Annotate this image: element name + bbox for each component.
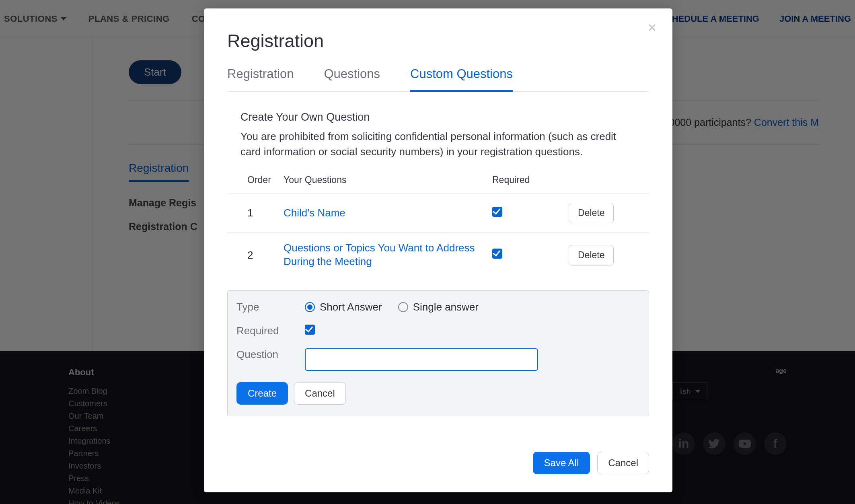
table-row: 1 Child's Name Delete <box>227 194 649 232</box>
close-icon[interactable]: × <box>648 21 656 35</box>
required-label: Required <box>236 325 305 337</box>
question-link[interactable]: Child's Name <box>284 206 492 220</box>
section-note: You are prohibited from soliciting confi… <box>240 129 627 159</box>
col-question: Your Questions <box>284 175 492 185</box>
new-required-checkbox[interactable] <box>305 325 315 335</box>
radio-short-answer[interactable] <box>305 302 315 312</box>
tab-custom-questions[interactable]: Custom Questions <box>410 67 513 92</box>
new-question-panel: Type Short Answer Single answer Required… <box>227 290 649 416</box>
col-order: Order <box>247 175 284 185</box>
col-actions <box>569 175 629 185</box>
row-order: 1 <box>247 207 284 219</box>
modal-cancel-button[interactable]: Cancel <box>597 452 649 474</box>
modal-title: Registration <box>227 31 649 51</box>
table-row: 2 Questions or Topics You Want to Addres… <box>227 232 649 278</box>
registration-modal: × Registration Registration Questions Cu… <box>204 8 672 492</box>
panel-cancel-button[interactable]: Cancel <box>294 382 346 405</box>
radio-short-answer-text: Short Answer <box>320 301 382 313</box>
questions-table: Order Your Questions Required 1 Child's … <box>227 171 649 278</box>
create-button[interactable]: Create <box>236 382 288 405</box>
delete-button[interactable]: Delete <box>569 245 614 265</box>
radio-short-answer-label[interactable]: Short Answer <box>305 301 382 313</box>
tab-registration[interactable]: Registration <box>227 67 294 91</box>
radio-single-answer[interactable] <box>398 302 408 312</box>
question-link[interactable]: Questions or Topics You Want to Address … <box>284 241 492 269</box>
required-checkbox[interactable] <box>492 249 502 259</box>
question-label: Question <box>236 348 305 361</box>
row-order: 2 <box>247 249 284 261</box>
radio-single-answer-text: Single answer <box>413 301 479 313</box>
modal-tabs: Registration Questions Custom Questions <box>227 67 649 92</box>
tab-questions[interactable]: Questions <box>324 67 380 91</box>
radio-single-answer-label[interactable]: Single answer <box>398 301 479 313</box>
required-checkbox[interactable] <box>492 207 502 217</box>
delete-button[interactable]: Delete <box>569 203 614 223</box>
question-input[interactable] <box>305 348 538 371</box>
save-all-button[interactable]: Save All <box>533 452 590 474</box>
section-heading: Create Your Own Question <box>240 111 649 123</box>
col-required: Required <box>492 175 569 185</box>
type-label: Type <box>236 301 305 313</box>
